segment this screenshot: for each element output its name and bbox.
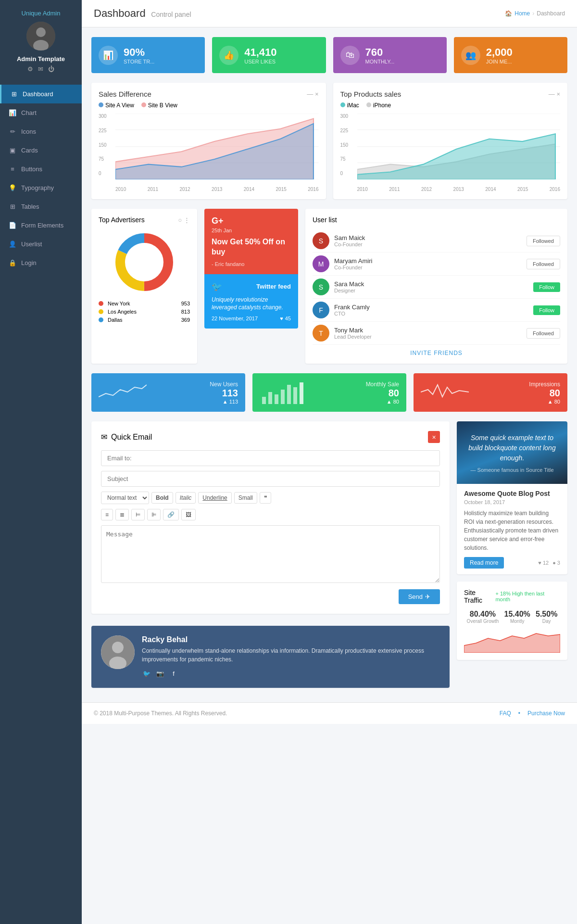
promo-platform: G+ bbox=[212, 216, 291, 226]
products-chart-controls[interactable]: — × bbox=[549, 90, 560, 98]
follow-btn-sara[interactable]: Follow bbox=[533, 282, 560, 292]
user-avatar-tony: T bbox=[313, 325, 329, 342]
sidebar-item-cards[interactable]: ▣ Cards bbox=[0, 141, 82, 160]
products-chart-area: 300225150750 bbox=[340, 114, 561, 186]
sidebar-item-login[interactable]: 🔒 Login bbox=[0, 253, 82, 272]
bold-button[interactable]: Bold bbox=[151, 492, 173, 504]
legend-imac: iMac bbox=[340, 102, 359, 109]
traffic-chart-svg bbox=[464, 629, 560, 653]
stat-card-monthly: 🛍 760 MONTHLY... bbox=[333, 37, 447, 73]
mid-row: Top Advertisers ○ ⋮ New York 953 bbox=[82, 204, 577, 368]
brand-name: Unique bbox=[22, 10, 41, 17]
twitter-bird-icon: 🐦 bbox=[212, 281, 222, 292]
svg-rect-27 bbox=[300, 382, 303, 404]
indent-btn[interactable]: ⊨ bbox=[131, 509, 145, 520]
email-icon[interactable]: ✉ bbox=[38, 65, 43, 73]
traffic-label-monthly: Montly bbox=[504, 619, 530, 624]
sidebar-item-userlist[interactable]: 👤 Userlist bbox=[0, 235, 82, 253]
facebook-social-icon[interactable]: f bbox=[169, 669, 178, 678]
traffic-stat-overall: 80.40% Overall Growth bbox=[467, 610, 499, 624]
traffic-label-overall: Overall Growth bbox=[467, 619, 499, 624]
email-close-button[interactable]: × bbox=[428, 431, 440, 443]
email-to-input[interactable] bbox=[101, 450, 440, 466]
traffic-stats: 80.40% Overall Growth 15.40% Montly 5.50… bbox=[464, 610, 560, 624]
user-item: M Maryam Amiri Co-Founder Followed bbox=[313, 253, 560, 276]
stat-label-monthly: MONTHLY... bbox=[365, 59, 395, 64]
image-btn[interactable]: 🖼 bbox=[181, 509, 196, 520]
list-btn[interactable]: ≡ bbox=[101, 509, 113, 520]
user-item: F Frank Camly CTO Follow bbox=[313, 299, 560, 322]
svg-point-1 bbox=[36, 27, 46, 37]
user-role: Lead Developer bbox=[334, 334, 522, 340]
follow-btn-maryam[interactable]: Followed bbox=[527, 259, 560, 269]
legend-b: Site B View bbox=[141, 102, 177, 109]
admin-username: Admin Template bbox=[7, 55, 75, 63]
promo-headline: Now Get 50% Off on buy bbox=[212, 237, 291, 257]
twitter-title: Twitter feed bbox=[256, 283, 291, 290]
email-message-textarea[interactable] bbox=[101, 525, 440, 583]
sidebar-item-icons[interactable]: ✏ Icons bbox=[0, 122, 82, 141]
left-bottom: ✉ Quick Email × Normal text Bold Italic … bbox=[91, 421, 450, 688]
twitter-text: Uniquely revolutionize leveraged catalys… bbox=[212, 296, 291, 312]
footer-faq-link[interactable]: FAQ bbox=[500, 710, 511, 717]
ordered-list-btn[interactable]: ≣ bbox=[115, 509, 129, 520]
invite-friends-btn[interactable]: INVITE FRIENDS bbox=[313, 350, 560, 356]
sales-chart-svg bbox=[115, 114, 319, 179]
heart-icon: ♥ bbox=[280, 316, 283, 321]
sidebar-item-label: Userlist bbox=[21, 240, 42, 248]
page-title: Dashboard bbox=[94, 7, 146, 19]
join-icon: 👥 bbox=[461, 46, 480, 65]
quote-image: Some quick example text to build blockqu… bbox=[457, 421, 567, 484]
follow-btn-sam[interactable]: Followed bbox=[527, 236, 560, 246]
underline-button[interactable]: Underline bbox=[198, 492, 231, 504]
sidebar-brand: Unique Admin Admin Template ⚙ ✉ ⏻ bbox=[0, 0, 82, 85]
small-button[interactable]: Small bbox=[234, 492, 257, 504]
mini-stat-value-impressions: 80 bbox=[529, 388, 560, 399]
sidebar-item-label: Typography bbox=[21, 184, 54, 191]
sidebar-item-tables[interactable]: ⊞ Tables bbox=[0, 197, 82, 216]
follow-btn-frank[interactable]: Follow bbox=[533, 305, 560, 315]
twitter-social-icon[interactable]: 🐦 bbox=[142, 669, 151, 678]
stat-value-store: 90% bbox=[124, 46, 154, 59]
footer-purchase-link[interactable]: Purchase Now bbox=[527, 710, 565, 717]
quote-likes: ♥ 12 bbox=[538, 560, 549, 566]
gear-icon[interactable]: ⚙ bbox=[27, 65, 33, 73]
stat-value-monthly: 760 bbox=[365, 46, 395, 59]
icons-icon: ✏ bbox=[9, 128, 16, 135]
advertisers-controls[interactable]: ○ ⋮ bbox=[178, 216, 190, 224]
sidebar-item-label: Icons bbox=[21, 128, 36, 135]
legend-item-dallas: Dallas 369 bbox=[99, 317, 190, 323]
link-btn[interactable]: 🔗 bbox=[163, 509, 179, 520]
dashboard-icon: ⊞ bbox=[10, 90, 18, 98]
breadcrumb-separator: › bbox=[532, 10, 534, 17]
quote-button[interactable]: ❝ bbox=[260, 492, 271, 504]
sidebar-item-typography[interactable]: 💡 Typography bbox=[0, 178, 82, 197]
instagram-social-icon[interactable]: 📷 bbox=[155, 669, 165, 678]
mini-stat-value-sale: 80 bbox=[366, 388, 399, 399]
read-more-button[interactable]: Read more bbox=[464, 557, 504, 569]
email-subject-input[interactable] bbox=[101, 471, 440, 487]
promo-author: - Eric fandano bbox=[212, 261, 291, 267]
buttons-icon: ≡ bbox=[9, 165, 16, 173]
follow-btn-tony[interactable]: Followed bbox=[527, 328, 560, 339]
power-icon[interactable]: ⏻ bbox=[48, 65, 54, 73]
sidebar-item-form-elements[interactable]: 📄 Form Elements bbox=[0, 216, 82, 235]
mini-stat-change-users: ▲ 113 bbox=[210, 399, 238, 405]
profile-avatar bbox=[101, 635, 135, 669]
traffic-value-overall: 80.40% bbox=[467, 610, 499, 619]
monthly-icon: 🛍 bbox=[340, 46, 360, 65]
italic-button[interactable]: Italic bbox=[176, 492, 196, 504]
products-chart-title: Top Products sales bbox=[340, 90, 401, 98]
page-footer: © 2018 Multi-Purpose Themes. All Rights … bbox=[82, 702, 577, 724]
twitter-likes: ♥ 45 bbox=[280, 316, 291, 321]
sales-chart-controls[interactable]: — × bbox=[307, 90, 318, 98]
breadcrumb-home[interactable]: Home bbox=[514, 10, 530, 17]
sidebar-item-chart[interactable]: 📊 Chart bbox=[0, 103, 82, 122]
outdent-btn[interactable]: ⊫ bbox=[147, 509, 161, 520]
sidebar-item-dashboard[interactable]: ⊞ Dashboard bbox=[0, 85, 82, 103]
email-format-select[interactable]: Normal text bbox=[101, 492, 149, 504]
send-button[interactable]: Send ✈ bbox=[399, 589, 440, 604]
user-name: Sam Maick bbox=[334, 234, 522, 241]
sidebar-item-buttons[interactable]: ≡ Buttons bbox=[0, 160, 82, 178]
products-legend: iMac iPhone bbox=[340, 102, 561, 109]
